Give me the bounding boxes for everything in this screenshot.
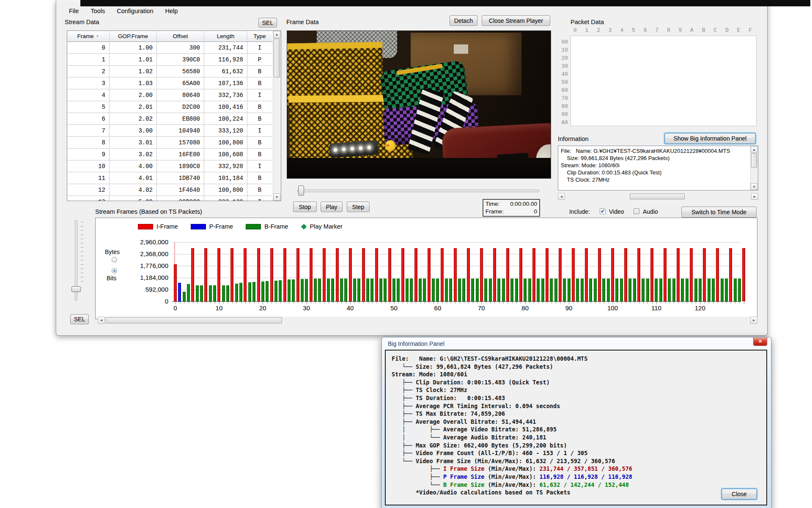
scroll-left-icon[interactable]: ◄ <box>98 317 105 324</box>
table-row[interactable]: 83.01157080100,800B <box>67 137 273 149</box>
seek-slider-thumb[interactable] <box>298 185 304 196</box>
column-header-gop-frame[interactable]: GOP.Frame <box>110 31 157 41</box>
show-big-information-panel-button[interactable]: Show Big Information Panel <box>664 133 756 144</box>
x-tick <box>683 302 683 304</box>
video-checkbox[interactable]: ✔ <box>600 208 606 214</box>
big-panel-line: │ ├── Average Video Bitrate: 51,286,895 <box>392 425 632 433</box>
column-header-length[interactable]: Length <box>204 31 247 41</box>
chart-horizontal-scrollbar[interactable]: ◄ ► <box>98 317 757 324</box>
chart-scroll-thumb[interactable] <box>106 317 282 323</box>
table-cell: 1DB740 <box>157 172 204 184</box>
column-header-type[interactable]: Type <box>247 31 272 41</box>
sel-bottom-button[interactable]: SEL <box>70 314 89 324</box>
table-scroll-thumb[interactable] <box>274 39 280 77</box>
x-tick <box>486 302 486 304</box>
x-tick <box>744 302 744 304</box>
table-row[interactable]: 73.00104940333,120I <box>67 125 273 137</box>
table-cell: 5 <box>67 101 110 113</box>
table-cell: 9 <box>67 149 110 160</box>
table-row[interactable]: 124.021F4640100,800B <box>67 184 273 196</box>
close-stream-player-button[interactable]: Close Stream Player <box>482 15 550 26</box>
scroll-up-icon[interactable]: ▲ <box>273 31 280 38</box>
scroll-right-icon[interactable]: ► <box>750 317 757 324</box>
i-frame-bar <box>624 248 627 301</box>
information-line: File: Name: G:¥GH2¥TEST-CS9karaHIKAKU201… <box>561 147 749 155</box>
switch-to-time-mode-button[interactable]: Switch to Time Mode <box>681 207 757 218</box>
info-hscroll-thumb[interactable] <box>630 193 685 199</box>
close-window-icon[interactable]: ✕ <box>753 337 767 346</box>
table-row[interactable]: 42.0080640332,736I <box>67 89 273 101</box>
table-row[interactable]: 135.0020D9C0333,120I <box>67 196 273 201</box>
gridline <box>172 242 741 243</box>
scroll-right-icon[interactable]: ► <box>751 193 758 200</box>
column-header-offset[interactable]: Offset <box>157 31 204 41</box>
menu-file[interactable]: File <box>63 6 85 16</box>
table-row[interactable]: 114.011DB740101,184B <box>67 172 273 184</box>
table-row[interactable]: 93.0216FE00100,608B <box>67 149 273 160</box>
table-row[interactable]: 31.0365A00107,136B <box>67 77 273 89</box>
table-row[interactable]: 52.01D2C00100,416B <box>67 101 273 113</box>
info-vertical-scrollbar[interactable]: ▲ ▼ <box>750 146 758 190</box>
sel-top-button[interactable]: SEL <box>258 18 277 28</box>
x-tick <box>267 302 268 304</box>
table-row[interactable]: 62.02EB800100,224B <box>67 113 273 125</box>
step-button[interactable]: Step <box>347 202 370 212</box>
chart-zoom-slider-thumb[interactable] <box>71 286 81 292</box>
table-vertical-scrollbar[interactable]: ▲ ▼ <box>273 31 281 201</box>
scroll-up-icon[interactable]: ▲ <box>751 146 757 153</box>
x-tick <box>197 302 198 304</box>
x-tick <box>587 302 587 304</box>
i-frame-bar <box>230 248 233 301</box>
b-frame-bar <box>563 279 566 301</box>
table-cell: 231,744 <box>204 42 247 54</box>
stop-button[interactable]: Stop <box>293 202 317 212</box>
packet-row-header: 70 <box>555 94 568 102</box>
bytes-radio-label[interactable]: Bytes <box>105 248 120 255</box>
x-tick <box>630 302 631 304</box>
big-panel-close-button[interactable]: Close <box>721 489 757 500</box>
scroll-left-icon[interactable]: ◄ <box>558 193 565 200</box>
video-checkbox-label[interactable]: Video <box>609 208 624 215</box>
i-frame-bar <box>174 264 177 301</box>
info-scroll-thumb[interactable] <box>751 153 757 168</box>
table-cell: 20D9C0 <box>157 196 204 201</box>
play-button[interactable]: Play <box>321 202 343 212</box>
x-tick <box>600 302 600 304</box>
big-panel-line: ├── Average Overall Bitrate: 51,494,441 <box>392 418 632 426</box>
b-frame-bar <box>497 279 500 301</box>
table-cell: 1.03 <box>110 77 157 89</box>
x-tick <box>184 302 184 304</box>
audio-checkbox[interactable]: ✔ <box>634 208 639 214</box>
big-panel-line: └── B Frame Size (Min/Ave/Max): 61,632 /… <box>392 481 632 489</box>
b-frame-bar <box>524 279 527 301</box>
table-row[interactable]: 11.01390C0116,928P <box>67 54 273 66</box>
bytes-radio[interactable] <box>112 257 117 262</box>
menu-help[interactable]: Help <box>159 6 184 16</box>
b-frame-bar <box>379 279 382 301</box>
x-tick <box>565 302 565 304</box>
scroll-down-icon[interactable]: ▼ <box>751 183 757 190</box>
x-tick <box>398 302 399 304</box>
column-header-frame[interactable]: Frame▲ <box>67 31 110 41</box>
table-row[interactable]: 01.00300231,744I <box>67 42 273 54</box>
scroll-down-icon[interactable]: ▼ <box>273 193 280 201</box>
bits-radio[interactable] <box>112 268 117 273</box>
seek-slider[interactable] <box>297 190 539 192</box>
menu-configuration[interactable]: Configuration <box>111 6 159 16</box>
table-cell: 1.00 <box>110 42 157 54</box>
menu-tools[interactable]: Tools <box>85 6 111 16</box>
x-tick <box>302 302 302 304</box>
audio-checkbox-label[interactable]: Audio <box>643 208 658 215</box>
table-row[interactable]: 104.001890C0332,928I <box>67 160 273 172</box>
table-cell: B <box>247 172 272 184</box>
detach-button[interactable]: Detach <box>450 15 477 26</box>
table-cell: 1F4640 <box>157 184 204 196</box>
table-cell: 390C0 <box>157 54 204 66</box>
packet-col-header: 1 <box>585 27 589 33</box>
table-cell: 13 <box>67 196 110 201</box>
x-tick <box>608 302 609 304</box>
info-horizontal-scrollbar[interactable]: ◄ ► <box>558 193 758 200</box>
main-window: File Tools Configuration Help Stream Dat… <box>56 0 768 336</box>
table-row[interactable]: 21.025658061,632B <box>67 66 273 77</box>
bits-radio-label[interactable]: Bits <box>107 275 116 282</box>
